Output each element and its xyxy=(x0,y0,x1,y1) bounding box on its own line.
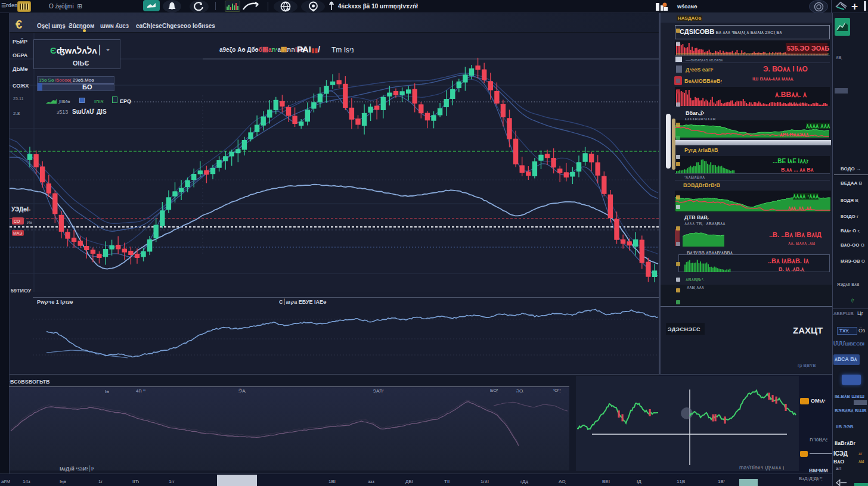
svg-text:mаי/Піөו וי٨Дוַ ٨٨ו٨י: mаי/Піөו וי٨Дוַ ٨٨ו٨י xyxy=(739,465,784,471)
